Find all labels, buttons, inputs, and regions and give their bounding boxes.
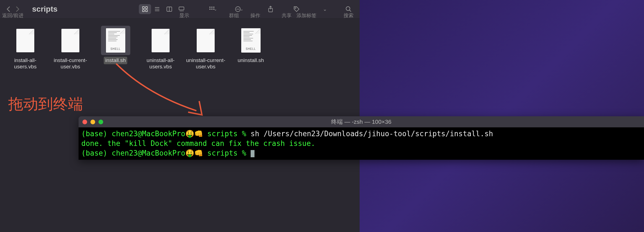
file-name: install-all-users.vbs	[4, 57, 47, 71]
finder-window: scripts ⌄ ⌄	[0, 0, 360, 232]
file-name: uninstall.sh	[236, 57, 266, 64]
forward-button[interactable]	[14, 6, 21, 12]
terminal-line: done. the "kill Dock" command can fix th…	[81, 139, 641, 148]
close-button[interactable]	[82, 120, 87, 124]
svg-rect-11	[181, 11, 182, 11]
file-item[interactable]: uninstall-all-users.vbs	[138, 24, 183, 73]
chevron-down-icon: ⌄	[214, 7, 217, 11]
file-name: uninstall-current-user.vbs	[184, 57, 227, 71]
svg-rect-1	[146, 7, 147, 9]
svg-point-25	[295, 7, 296, 9]
svg-rect-10	[180, 11, 181, 11]
svg-rect-0	[142, 7, 144, 9]
back-button[interactable]	[5, 6, 12, 12]
group-button[interactable]: ⌄	[207, 4, 219, 14]
file-item[interactable]: uninstall-current-user.vbs	[183, 24, 228, 73]
file-icon-wrap	[11, 26, 40, 55]
terminal-title: 终端 — -zsh — 100×36	[331, 118, 391, 126]
action-button[interactable]: ⌄	[233, 4, 245, 14]
shell-file-icon: SHELL	[106, 28, 125, 53]
dropdown-button[interactable]: ⌄	[319, 4, 331, 14]
finder-toolbar: scripts ⌄ ⌄	[0, 0, 360, 18]
file-item[interactable]: SHELLinstall.sh	[93, 24, 138, 73]
terminal-window: 终端 — -zsh — 100×36 (base) chen23@MacBook…	[79, 116, 644, 160]
svg-point-26	[346, 7, 350, 11]
file-icon	[152, 29, 170, 52]
share-button[interactable]	[264, 4, 277, 14]
maximize-button[interactable]	[98, 120, 103, 124]
svg-line-27	[349, 10, 351, 12]
file-type-tag: SHELL	[106, 47, 125, 50]
terminal-line: (base) chen23@MacBookPro🤑👊 scripts % sh …	[81, 129, 641, 139]
icon-view-button[interactable]	[139, 4, 151, 14]
column-view-button[interactable]	[163, 4, 175, 14]
svg-rect-9	[179, 7, 184, 10]
file-name: install.sh	[104, 57, 128, 64]
file-item[interactable]: install-all-users.vbs	[3, 24, 48, 73]
svg-rect-17	[211, 9, 212, 10]
tag-button[interactable]	[290, 4, 303, 14]
svg-rect-3	[146, 10, 147, 12]
file-name: uninstall-all-users.vbs	[139, 57, 182, 71]
view-mode-group	[139, 4, 188, 14]
terminal-body[interactable]: (base) chen23@MacBookPro🤑👊 scripts % sh …	[79, 127, 644, 160]
list-view-button[interactable]	[151, 4, 163, 14]
file-icon-wrap	[146, 26, 175, 55]
file-item[interactable]: install-current-user.vbs	[48, 24, 93, 73]
file-icon-wrap	[191, 26, 220, 55]
file-icon	[61, 29, 79, 52]
svg-rect-2	[142, 10, 144, 12]
file-icon-wrap	[56, 26, 85, 55]
minimize-button[interactable]	[90, 120, 95, 124]
svg-point-21	[238, 9, 238, 9]
file-icon	[16, 29, 34, 52]
terminal-line: (base) chen23@MacBookPro🤑👊 scripts %	[81, 148, 641, 158]
file-icon-wrap: SHELL	[101, 26, 130, 55]
svg-rect-13	[209, 7, 211, 8]
svg-point-20	[237, 9, 237, 9]
traffic-lights	[82, 120, 103, 124]
desktop-background	[360, 0, 644, 232]
chevron-down-icon: ⌄	[240, 7, 243, 11]
terminal-cursor	[251, 150, 255, 157]
file-type-tag: SHELL	[241, 47, 261, 50]
file-name: install-current-user.vbs	[49, 57, 92, 71]
folder-title: scripts	[32, 5, 58, 14]
svg-rect-12	[183, 11, 183, 11]
file-icon-wrap: SHELL	[236, 26, 266, 55]
chevron-down-icon: ⌄	[323, 6, 327, 12]
file-item[interactable]: SHELLuninstall.sh	[228, 24, 273, 73]
search-button[interactable]	[342, 4, 355, 14]
file-icon	[197, 29, 215, 52]
terminal-titlebar[interactable]: 终端 — -zsh — 100×36	[79, 116, 644, 127]
svg-point-22	[239, 9, 240, 9]
shell-file-icon: SHELL	[241, 28, 261, 53]
svg-rect-16	[209, 9, 211, 10]
svg-rect-14	[211, 7, 212, 8]
gallery-view-button[interactable]	[175, 4, 188, 14]
